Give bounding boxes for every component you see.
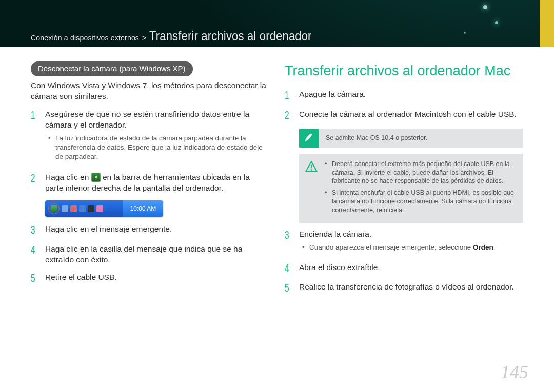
- step-number: 1: [31, 109, 37, 165]
- taskbar-clock: 10:00 AM: [123, 200, 163, 217]
- section-color-tab: [540, 0, 554, 47]
- tray-icon: [96, 205, 103, 212]
- mac-step-2: 2 Conecte la cámara al ordenador Macinto…: [285, 109, 523, 121]
- step-number: 4: [31, 244, 37, 265]
- mac-step-5: 5 Realice la transferencia de fotografía…: [285, 282, 523, 294]
- warning-icon: [299, 159, 319, 173]
- step-3: 3 Haga clic en el mensaje emergente.: [31, 224, 269, 236]
- step-5: 5 Retire el cable USB.: [31, 272, 269, 284]
- step-number: 5: [285, 282, 291, 294]
- right-column: Transferir archivos al ordenador Mac 1 A…: [285, 61, 523, 372]
- svg-point-1: [311, 169, 312, 171]
- mac-step-3-bullet: • Cuando aparezca el mensaje emergente, …: [302, 243, 523, 252]
- warning-bullet-1: •Deberá conectar el extremo más pequeño …: [325, 160, 516, 186]
- page-content: Desconectar la cámara (para Windows XP) …: [31, 61, 523, 372]
- mac-step-4: 4 Abra el disco extraíble.: [285, 262, 523, 275]
- mac-step-3: 3 Encienda la cámara. • Cuando aparezca …: [285, 229, 523, 255]
- step-text: Haga clic en el mensaje emergente.: [45, 224, 269, 236]
- note-box: Se admite Mac OS 10.4 o posterior.: [299, 129, 523, 148]
- warning-box: •Deberá conectar el extremo más pequeño …: [299, 154, 523, 223]
- step-text: Haga clic en la casilla del mensaje que …: [45, 244, 269, 265]
- bullet-dot: •: [48, 134, 52, 162]
- step-text: Retire el cable USB.: [45, 272, 269, 284]
- step-text: Asegúrese de que no se estén transfirien…: [45, 110, 249, 129]
- breadcrumb: Conexión a dispositivos externos > Trans…: [31, 29, 334, 44]
- bullet-text: La luz indicadora de estado de la cámara…: [55, 134, 269, 162]
- breadcrumb-section: Conexión a dispositivos externos: [31, 34, 139, 42]
- step-2: 2 Haga clic en en la barra de herramient…: [31, 172, 269, 194]
- note-text: Se admite Mac OS 10.4 o posterior.: [324, 129, 523, 148]
- step-number: 3: [285, 229, 291, 255]
- bullet-bold: Orden: [473, 243, 493, 251]
- step-number: 5: [31, 272, 37, 284]
- warning-bullet-2: •Si intenta enchufar el cable USB al pue…: [325, 189, 516, 215]
- step-4: 4 Haga clic en la casilla del mensaje qu…: [31, 244, 269, 265]
- safely-remove-hardware-icon: [91, 173, 101, 182]
- step-number: 4: [285, 262, 291, 275]
- pen-note-icon: [299, 129, 319, 148]
- step-text: Abra el disco extraíble.: [299, 262, 523, 275]
- tray-icon: [79, 205, 86, 212]
- breadcrumb-title: Transferir archivos al ordenador: [149, 29, 312, 44]
- step-number: 2: [285, 109, 291, 121]
- step-1-bullet: • La luz indicadora de estado de la cáma…: [48, 134, 269, 162]
- left-column: Desconectar la cámara (para Windows XP) …: [31, 61, 269, 372]
- tray-highlight-circle: [48, 203, 60, 214]
- step-text: Realice la transferencia de fotografías …: [299, 282, 523, 294]
- step-text: Conecte la cámara al ordenador Macintosh…: [299, 109, 523, 121]
- step-text: Encienda la cámara.: [299, 230, 371, 238]
- subsection-pill: Desconectar la cámara (para Windows XP): [31, 61, 193, 76]
- bullet-post: .: [493, 243, 496, 251]
- step-number: 3: [31, 224, 37, 236]
- step-number: 1: [285, 89, 291, 101]
- tray-icon: [70, 205, 77, 212]
- mac-step-1: 1 Apague la cámara.: [285, 89, 523, 101]
- step-text: Apague la cámara.: [299, 89, 523, 101]
- tray-remove-hardware-icon: [51, 205, 57, 212]
- step-number: 2: [31, 172, 37, 194]
- page-number: 145: [501, 361, 528, 383]
- step-1: 1 Asegúrese de que no se estén transfiri…: [31, 109, 269, 165]
- windows-taskbar-screenshot: 10:00 AM: [45, 200, 163, 217]
- intro-paragraph: Con Windows Vista y Windows 7, los métod…: [31, 80, 269, 102]
- tray-icon: [62, 205, 68, 212]
- mac-heading: Transferir archivos al ordenador Mac: [285, 61, 523, 80]
- system-tray: [45, 200, 123, 217]
- bullet-pre: Cuando aparezca el mensaje emergente, se…: [309, 243, 473, 251]
- tray-icon: [88, 205, 94, 212]
- step-2-pre: Haga clic en: [45, 173, 91, 181]
- breadcrumb-separator: >: [142, 34, 146, 42]
